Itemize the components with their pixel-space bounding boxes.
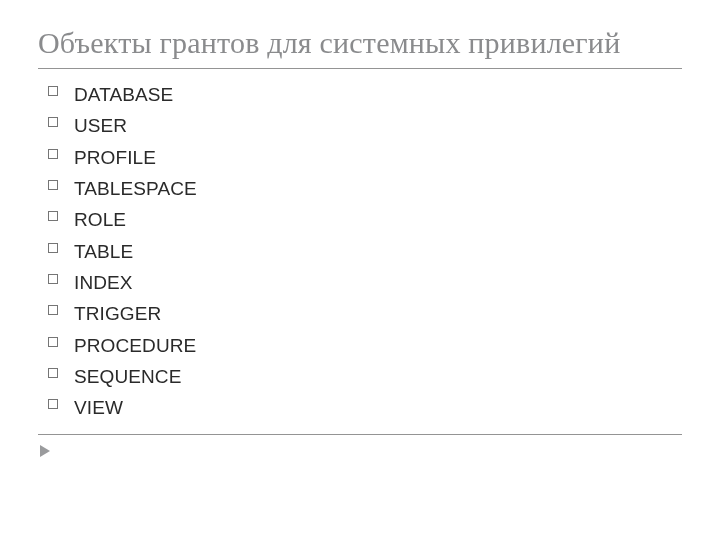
list-item-label: PROFILE: [74, 147, 156, 168]
list-item: VIEW: [48, 392, 682, 423]
footer-marker: [40, 443, 682, 461]
bullet-icon: [48, 274, 58, 284]
bullet-icon: [48, 149, 58, 159]
list-item: PROCEDURE: [48, 330, 682, 361]
list-item-label: VIEW: [74, 397, 123, 418]
list-item: SEQUENCE: [48, 361, 682, 392]
list-item-label: INDEX: [74, 272, 133, 293]
privilege-list: DATABASE USER PROFILE TABLESPACE ROLE TA…: [38, 79, 682, 424]
list-item: DATABASE: [48, 79, 682, 110]
list-item-label: TRIGGER: [74, 303, 161, 324]
list-item-label: ROLE: [74, 209, 126, 230]
list-item-label: SEQUENCE: [74, 366, 181, 387]
list-item: USER: [48, 110, 682, 141]
list-item-label: USER: [74, 115, 127, 136]
bullet-icon: [48, 86, 58, 96]
bullet-icon: [48, 305, 58, 315]
bullet-icon: [48, 243, 58, 253]
list-item-label: DATABASE: [74, 84, 173, 105]
list-item: TRIGGER: [48, 298, 682, 329]
list-item-label: TABLE: [74, 241, 133, 262]
bullet-icon: [48, 117, 58, 127]
bullet-icon: [48, 211, 58, 221]
list-item: INDEX: [48, 267, 682, 298]
list-item: TABLE: [48, 236, 682, 267]
triangle-icon: [40, 445, 50, 457]
bullet-icon: [48, 337, 58, 347]
bullet-icon: [48, 399, 58, 409]
divider-bottom: [38, 434, 682, 435]
list-item: TABLESPACE: [48, 173, 682, 204]
list-item: ROLE: [48, 204, 682, 235]
slide: Объекты грантов для системных привилегий…: [0, 0, 720, 540]
divider-top: [38, 68, 682, 69]
list-item: PROFILE: [48, 142, 682, 173]
bullet-icon: [48, 368, 58, 378]
bullet-icon: [48, 180, 58, 190]
list-item-label: TABLESPACE: [74, 178, 197, 199]
list-item-label: PROCEDURE: [74, 335, 196, 356]
slide-title: Объекты грантов для системных привилегий: [38, 26, 682, 60]
